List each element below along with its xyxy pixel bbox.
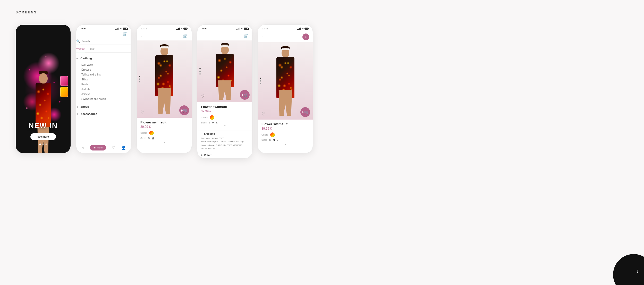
cart-plus-icon-5: +🛒 [301,110,309,115]
shipping-label: Shipping [204,132,215,135]
color-swatch-4[interactable] [210,115,214,120]
size-l-4[interactable]: L [216,121,218,124]
add-to-cart-3[interactable]: +🛒 [179,105,189,115]
color-swatch-3[interactable] [149,131,154,135]
status-icons-4: ∿ [236,27,248,30]
wifi-icon-4: ∿ [241,27,243,30]
back-button-5[interactable]: ← [261,35,265,39]
sizes-label-3: Sizes [140,137,146,139]
expand-accessories-icon: + [76,112,78,116]
carousel-side-dots-3 [139,76,140,82]
collapse-chevron-4[interactable]: ⌃ [201,125,249,128]
status-bar-5: 22:31 ∿ [258,25,313,31]
sizes-row-5: Sizes S M L [261,139,309,141]
status-bar-2: 22:31 ∿ [76,25,131,31]
size-s-4[interactable]: S [209,121,210,124]
wishlist-nav-2[interactable]: ♡ [112,146,115,150]
dot-1 [39,144,41,145]
battery-icon-2 [123,28,127,30]
size-m-5[interactable]: M [273,139,275,141]
screen-1-home: 22:31 ∿ 🛒 [15,24,71,153]
product-hero-5: ♡ +🛒 [258,42,313,120]
screens-container: 22:31 ∿ 🛒 [15,24,629,158]
menu-item-skirts[interactable]: Skirts [81,77,131,82]
size-s-3[interactable]: S [148,137,150,139]
menu-item-pants[interactable]: Pants [81,82,131,87]
add-to-cart-4[interactable]: +🛒 [240,90,250,100]
cart-icon-3[interactable]: 🛒 [183,33,188,38]
category-clothing: − Clothing Last week Dresses Tshirts and… [76,56,131,102]
category-shoes[interactable]: + Shoes [76,103,131,110]
return-header[interactable]: + Return [201,154,249,157]
menu-item-tshirts[interactable]: Tshirts and shirts [81,72,131,77]
add-to-cart-5[interactable]: +🛒 [300,107,310,117]
bottom-nav-2: ⌂ ☰ Menu ♡ 👤 [76,142,131,153]
sizes-row-3: Sizes S M L [140,137,188,139]
product-info-4: Flower swimsuit 39.99 € Colors Sizes S M… [197,102,252,130]
wishlist-4[interactable]: ♡ [201,94,205,99]
product-price-4: 39.99 € [201,110,249,113]
status-icons-5: ∿ [297,27,309,30]
size-m-3[interactable]: M [152,137,154,139]
collapse-icon: − [76,56,78,60]
menu-item-jackets[interactable]: Jackets [81,87,131,92]
time-5: 22:31 [262,27,268,30]
profile-nav-2[interactable]: 👤 [121,146,126,150]
menu-item-dresses[interactable]: Dresses [81,67,131,72]
pickup-detail: At the store of your choice in 2-3 busin… [201,140,249,143]
return-section: + Return [197,152,252,158]
product-price-5: 39.99 € [261,127,309,130]
signal-icon-5 [297,28,301,30]
color-swatch-5[interactable] [270,132,275,137]
shipping-header[interactable]: − Shipping [201,132,249,135]
back-button-3[interactable]: ← [140,34,143,38]
shipping-section: − Shipping Zara store pickup - FREE At t… [197,130,252,152]
clothing-label: Clothing [80,57,92,60]
menu-nav-item[interactable]: ☰ Menu [90,145,106,150]
back-button-4[interactable]: ← [201,34,204,38]
battery-icon-4 [244,28,248,30]
size-l-5[interactable]: L [277,139,278,141]
wifi-icon-2: ∿ [120,27,122,30]
colors-label-5: Colors [261,133,268,136]
colors-label-3: Colors [140,132,147,134]
expand-chevron-5[interactable]: ⌄ [261,142,309,145]
product-name-5: Flower swimsuit [261,122,309,126]
plus-return-icon: + [201,154,202,157]
carousel-side-dots-4 [199,68,201,75]
wifi-icon-5: ∿ [302,27,304,30]
time-4: 22:31 [201,27,207,30]
heart-icon-2: ♡ [112,146,115,150]
screen-3-product: 22:31 ∿ ← 🛒 [137,24,192,153]
time-2: 22:31 [80,27,86,30]
wishlist-button-5[interactable]: ♡ [261,112,265,116]
size-m-4[interactable]: M [212,121,214,124]
status-bar-3: 22:31 ∿ [137,25,192,31]
clothing-header[interactable]: − Clothing [76,56,131,60]
signal-icon-3 [176,28,180,30]
search-input[interactable] [82,40,131,43]
gender-tabs: Woman Man [76,47,131,53]
clothing-items: Last week Dresses Tshirts and shirts Ski… [76,62,131,102]
cart-badge-5[interactable]: 1 [302,33,309,40]
size-s-5[interactable]: S [269,139,271,141]
menu-item-jerseys[interactable]: Jerseys [81,92,131,97]
menu-item-swimsuits[interactable]: Swimsuits and bikinis [81,97,131,102]
tab-woman[interactable]: Woman [76,47,85,52]
category-accessories[interactable]: + Accessories [76,110,131,118]
expand-chevron-3[interactable]: ⌄ [140,140,188,143]
size-l-3[interactable]: L [156,137,157,139]
wishlist-button-3[interactable]: ♡ [140,110,144,115]
menu-item-last-week[interactable]: Last week [81,62,131,67]
tab-man[interactable]: Man [90,47,95,52]
product-top-bar-3: ← 🛒 [137,31,192,40]
dot-3 [45,144,47,145]
cart-icon-2[interactable]: 🛒 [122,31,128,36]
home-nav-2[interactable]: ⌂ [82,146,84,150]
screen-5-product-cart: 22:31 ∿ ← 1 [258,24,313,153]
cart-icon-4[interactable]: 🛒 [243,33,249,38]
carousel-side-dots-5 [260,78,261,84]
shipping-details: Zara store pickup - FREE At the store of… [201,137,249,150]
product-name-3: Flower swimsuit [140,120,188,124]
see-more-button[interactable]: see more [30,133,56,140]
